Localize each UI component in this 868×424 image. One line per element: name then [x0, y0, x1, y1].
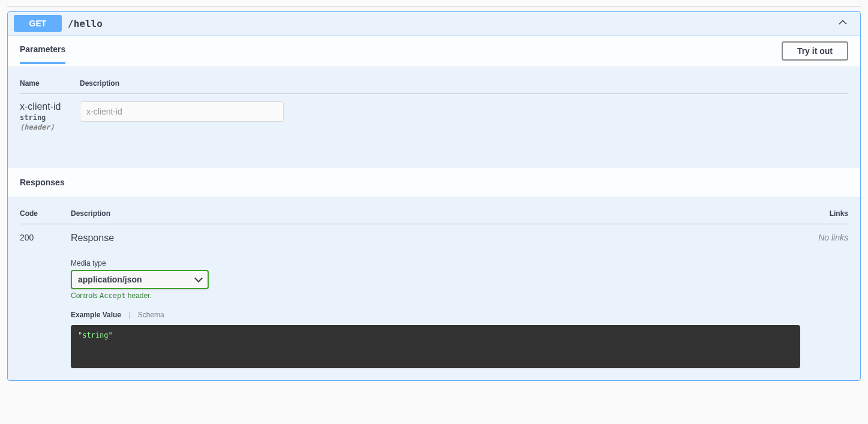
tab-schema[interactable]: Schema [138, 311, 170, 319]
tab-parameters[interactable]: Parameters [20, 44, 65, 64]
resp-col-description: Description [71, 209, 800, 224]
response-row: 200 Response Media type application/json… [20, 224, 848, 369]
response-code: 200 [20, 224, 71, 369]
resp-col-links: Links [800, 209, 848, 224]
param-name: x-client-id [20, 101, 80, 112]
top-divider [7, 6, 861, 7]
example-value-text: "string" [78, 331, 113, 339]
media-type-label: Media type [71, 259, 800, 267]
responses-header: Responses [8, 167, 860, 197]
param-input-x-client-id[interactable] [80, 101, 284, 122]
param-in: (header) [20, 123, 80, 131]
param-type: string [20, 112, 80, 123]
example-schema-tabs: Example Value Schema [71, 311, 800, 319]
parameters-table: Name Description x-client-id string (hea… [20, 79, 848, 131]
media-type-select[interactable]: application/json [71, 270, 209, 289]
controls-accept-note: Controls Accept header. [71, 291, 800, 300]
operation-block: GET /hello Parameters Try it out Name De… [7, 11, 861, 381]
responses-table: Code Description Links 200 Response Medi… [20, 209, 848, 368]
collapse-toggle[interactable] [831, 17, 854, 30]
responses-label: Responses [20, 178, 848, 187]
operation-path: /hello [68, 18, 831, 29]
operation-summary[interactable]: GET /hello [8, 12, 860, 35]
tab-example-value[interactable]: Example Value [71, 311, 127, 319]
chevron-up-icon [837, 17, 848, 28]
media-type-select-wrap: application/json [71, 270, 209, 289]
example-code-block: "string" [71, 325, 800, 368]
param-row: x-client-id string (header) [20, 94, 848, 132]
parameters-body: Name Description x-client-id string (hea… [8, 67, 860, 167]
try-it-out-button[interactable]: Try it out [782, 41, 848, 61]
param-col-description: Description [80, 79, 848, 94]
method-badge: GET [14, 15, 62, 32]
response-description: Response [71, 233, 800, 243]
response-no-links: No links [800, 224, 848, 369]
responses-body: Code Description Links 200 Response Medi… [8, 197, 860, 380]
tab-divider [129, 312, 130, 319]
parameters-header-row: Parameters Try it out [8, 35, 860, 67]
param-col-name: Name [20, 79, 80, 94]
resp-col-code: Code [20, 209, 71, 224]
